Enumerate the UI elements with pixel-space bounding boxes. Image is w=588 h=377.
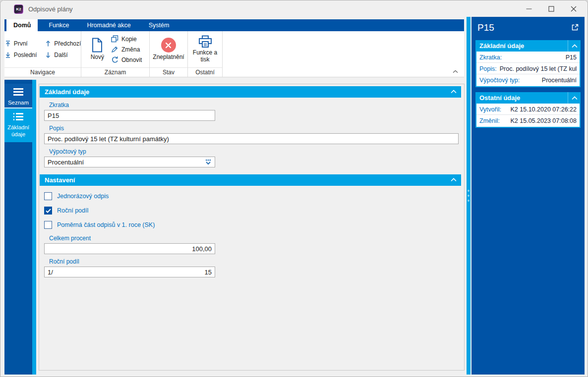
new-document-icon — [91, 38, 103, 53]
detail-form-panel: Základní údaje Zkratka P15 Popis Proc. p… — [39, 84, 465, 371]
functions-print-button[interactable]: Funkce a tisk — [188, 34, 222, 64]
collapse-chevron-icon[interactable] — [451, 178, 457, 182]
last-button[interactable]: Poslední — [4, 52, 37, 58]
preview-row-zmenil: Změnil: K2 15.05.2023 07:08:08 — [476, 115, 580, 127]
checkbox-pomerna-cast[interactable]: Poměrná část odpisů v 1. roce (SK) — [44, 221, 461, 229]
arrow-down-icon — [45, 52, 52, 58]
preview-row-vytvoril: Vytvořil: K2 15.10.2020 07:26:22 — [476, 104, 580, 115]
preview-card: Zkratka: P15 Popis: Proc. podílový 15 le… — [475, 52, 581, 87]
preview-record-title: P15 — [477, 22, 494, 33]
group-label-stav: Stav — [150, 67, 187, 77]
arrow-up-icon — [45, 40, 52, 47]
checkbox-box[interactable] — [44, 192, 52, 200]
preview-section-zakladni-udaje: Základní údaje Zkratka: P15 Popis: Proc.… — [475, 40, 581, 87]
vypoctovy-typ-label: Výpočtový typ — [49, 148, 461, 155]
close-button[interactable] — [562, 0, 585, 17]
arrow-down-to-bar-icon — [4, 52, 11, 58]
first-button[interactable]: První — [4, 40, 37, 47]
minimize-button[interactable] — [518, 0, 540, 17]
section-header-zakladni-udaje[interactable]: Základní údaje — [40, 86, 461, 98]
rocni-podil-label: Roční podíl — [49, 258, 461, 265]
tab-hromadne-akce[interactable]: Hromadné akce — [80, 19, 137, 31]
printer-icon — [198, 35, 212, 48]
popis-input[interactable]: Proc. podílový 15 let (TZ kulturní památ… — [44, 133, 459, 144]
collapse-chevron-icon[interactable] — [568, 40, 581, 52]
zkratka-input[interactable]: P15 — [44, 110, 215, 121]
ribbon-group-stav: Zneplatnění Stav — [150, 31, 188, 77]
popis-label: Popis — [49, 125, 461, 132]
checkmark-icon — [46, 209, 51, 213]
rocni-podil-input[interactable]: 1/ 15 — [44, 267, 215, 277]
app-logo-icon: K2 — [14, 4, 23, 14]
copy-button[interactable]: Kopie — [111, 35, 142, 43]
left-view-bar: Seznam Základní údaje — [4, 80, 32, 375]
copy-icon — [111, 35, 118, 43]
checkbox-rocni-podil[interactable]: Roční podíl — [44, 207, 461, 215]
ribbon-group-ostatni: Funkce a tisk Ostatní — [188, 31, 223, 77]
window-title: Odpisové plány — [28, 5, 73, 13]
celkem-procent-label: Celkem procent — [49, 235, 461, 242]
combo-dropdown-icon[interactable] — [205, 159, 212, 165]
tab-system[interactable]: Systém — [142, 19, 176, 31]
next-button[interactable]: Další — [45, 52, 81, 58]
app-window: K2 Odpisové plány Domů Funkce Hromadné a… — [0, 0, 588, 377]
celkem-procent-input[interactable]: 100,00 — [44, 243, 215, 254]
refresh-button[interactable]: Obnovit — [111, 56, 142, 63]
sidebar-accent-strip — [32, 80, 36, 375]
group-label-ostatni: Ostatní — [188, 67, 222, 77]
ribbon-group-navigace: První Předchozí Poslední — [4, 31, 81, 77]
previous-button[interactable]: Předchozí — [45, 40, 81, 47]
preview-header-ostatni-udaje[interactable]: Ostatní údaje — [475, 92, 581, 104]
checkbox-box[interactable] — [44, 221, 52, 229]
detail-list-icon — [13, 113, 24, 122]
preview-card: Vytvořil: K2 15.10.2020 07:26:22 Změnil:… — [475, 104, 581, 128]
preview-row-popis: Popis: Proc. podílový 15 let (TZ kultur.… — [476, 63, 580, 74]
change-button[interactable]: Změna — [111, 46, 142, 53]
pencil-icon — [111, 46, 118, 53]
panel-splitter[interactable] — [467, 17, 470, 375]
ribbon-group-zaznam: Nový Kopie Změna — [81, 31, 150, 77]
arrow-up-to-bar-icon — [4, 40, 11, 47]
sidebar-item-zakladni-udaje[interactable]: Základní údaje — [4, 108, 32, 142]
tab-funkce[interactable]: Funkce — [42, 19, 76, 31]
ribbon: První Předchozí Poslední — [4, 31, 464, 77]
refresh-icon — [111, 56, 118, 63]
ribbon-tab-strip: Domů Funkce Hromadné akce Systém — [4, 19, 464, 31]
preview-row-vypoctovy-typ: Výpočtový typ: Procentuální — [476, 74, 580, 86]
preview-panel: P15 Základní údaje Zkratka: P15 Popis: P… — [471, 17, 585, 375]
open-in-window-icon[interactable] — [571, 23, 579, 31]
checkbox-jednorazovy-odpis[interactable]: Jednorázový odpis — [44, 192, 461, 200]
zkratka-label: Zkratka — [49, 102, 461, 108]
maximize-button[interactable] — [540, 0, 562, 17]
list-icon — [13, 88, 23, 97]
collapse-chevron-icon[interactable] — [451, 90, 457, 94]
new-button[interactable]: Nový — [89, 37, 106, 62]
group-label-navigace: Navigace — [4, 67, 81, 77]
tab-domu[interactable]: Domů — [6, 19, 38, 31]
vypoctovy-typ-combobox[interactable]: Procentuální — [44, 157, 215, 167]
section-header-nastaveni[interactable]: Nastavení — [40, 174, 461, 186]
invalidate-button[interactable]: Zneplatnění — [151, 37, 186, 62]
preview-section-ostatni-udaje: Ostatní údaje Vytvořil: K2 15.10.2020 07… — [475, 92, 581, 128]
preview-row-zkratka: Zkratka: P15 — [476, 52, 580, 63]
group-label-zaznam: Záznam — [81, 67, 149, 77]
ribbon-collapse-chevron-icon[interactable] — [453, 70, 458, 73]
invalidate-icon — [161, 38, 176, 53]
collapse-chevron-icon[interactable] — [568, 92, 581, 104]
preview-header-zakladni-udaje[interactable]: Základní údaje — [475, 40, 581, 52]
sidebar-item-seznam[interactable]: Seznam — [4, 84, 32, 108]
window-controls — [518, 0, 585, 17]
checkbox-box[interactable] — [44, 207, 52, 215]
